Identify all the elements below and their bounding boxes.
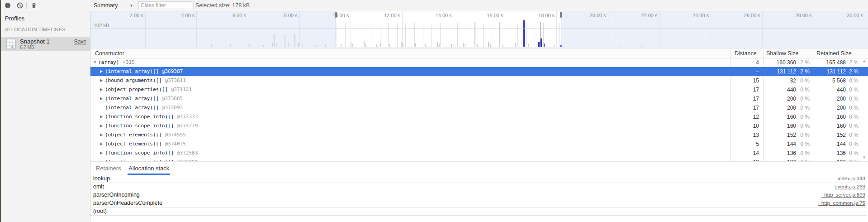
window-edge-accent	[0, 0, 1, 222]
perspective-select[interactable]: Summary▼	[94, 0, 133, 11]
retained-size-percent: 0 %	[847, 85, 859, 94]
shallow-size-percent: 0 %	[797, 140, 810, 149]
expand-arrow-icon[interactable]: ▼	[93, 58, 97, 67]
table-row[interactable]: ▶ (object elements)[] @374075 5 144 0 % …	[90, 140, 868, 149]
tab-allocation-stack[interactable]: Allocation stack	[128, 164, 170, 175]
sidebar-item-snapshot-1[interactable]: % Snapshot 1 6.7 MB Save	[0, 37, 90, 51]
distance-value: 5	[732, 140, 759, 149]
sidebar-item-profiles[interactable]: Profiles	[5, 15, 24, 22]
allocation-stack-list: lookup index.js:343 emit events.js:263 p…	[90, 175, 868, 222]
ruler-gridline	[556, 11, 557, 47]
allocation-timeline-overview[interactable]: 102 kB 2.00 s4.00 s6.00 s8.00 s10.00 s12…	[90, 11, 868, 49]
expand-arrow-icon[interactable]: ▶	[100, 158, 103, 161]
table-row[interactable]: ▶ (object properties)[] @371121 17 440 0…	[90, 85, 868, 94]
allocation-bar	[351, 42, 351, 47]
ruler-tick-label: 2.00 s	[112, 13, 143, 18]
allocation-bar	[559, 23, 560, 47]
retained-size-percent: 0 %	[847, 103, 859, 112]
selection-right-grip[interactable]	[560, 12, 562, 18]
retained-size-percent: 0 %	[847, 121, 859, 130]
retained-size-percent: 2 %	[847, 67, 859, 76]
stack-frame-row[interactable]: parserOnHeadersComplete _http_common.js:…	[90, 199, 867, 208]
save-snapshot-link[interactable]: Save	[74, 39, 86, 45]
allocation-bar	[415, 43, 416, 47]
instance-count: ×315	[123, 59, 135, 65]
scrollbar-down-arrow[interactable]: ▼	[861, 155, 867, 161]
expand-arrow-icon[interactable]: ▶	[100, 67, 103, 76]
column-header-distance[interactable]: Distance	[735, 49, 757, 58]
overview-dim-right	[561, 11, 868, 47]
record-button[interactable]	[5, 2, 11, 9]
expand-arrow-icon[interactable]: ▶	[100, 94, 103, 103]
allocation-bar	[517, 23, 518, 47]
retained-size-percent: 0 %	[847, 158, 859, 161]
allocation-bar	[449, 23, 449, 47]
table-row[interactable]: ▶ (function scope info)[] @374279 10 160…	[90, 121, 868, 130]
scrollbar-up-arrow[interactable]: ▲	[861, 59, 867, 64]
shallow-size-value: 160	[764, 121, 796, 130]
selection-left-grip[interactable]	[335, 12, 337, 18]
table-row[interactable]: ▶ (internal array)[] @373885 17 200 0 % …	[90, 94, 868, 103]
distance-value: 13	[732, 158, 759, 161]
stack-frame-source-link[interactable]: _http_server.js:809	[821, 191, 865, 199]
shallow-size-percent: 0 %	[797, 94, 810, 103]
stack-frame-source-link[interactable]: index.js:343	[838, 175, 865, 183]
allocation-bar	[465, 44, 465, 47]
clear-all-button[interactable]	[17, 2, 23, 9]
retained-size-value: 152	[814, 130, 846, 140]
table-row[interactable]: ▶ (function scope info)[] @372191 13 136…	[90, 158, 868, 161]
stack-frame-source-link[interactable]: _http_common.js:75	[818, 199, 865, 207]
stack-frame-row[interactable]: lookup index.js:343	[90, 175, 867, 183]
shallow-size-percent: 0 %	[797, 130, 810, 140]
expand-arrow-icon[interactable]: ▶	[100, 130, 103, 140]
table-row[interactable]: ▼ (array)×315 4 160 360 2 % 165 488 2 %	[90, 58, 868, 67]
stack-frame-row[interactable]: parserOnIncoming _http_server.js:809	[90, 191, 867, 199]
expand-arrow-icon[interactable]: ▶	[100, 140, 103, 149]
allocation-bar	[354, 23, 354, 47]
shallow-size-percent: 0 %	[797, 149, 810, 158]
column-header-retained-size[interactable]: Retained Size	[816, 49, 852, 58]
allocation-bar	[337, 23, 337, 47]
retained-size-value: 200	[814, 103, 846, 112]
expand-arrow-icon[interactable]: ▶	[100, 112, 103, 121]
constructor-cell: (object elements)[] @374075	[105, 140, 190, 149]
record-icon	[5, 2, 11, 9]
tab-retainers[interactable]: Retainers	[95, 164, 122, 174]
allocation-bar	[488, 42, 489, 47]
shallow-size-percent: 0 %	[797, 158, 810, 161]
toolbar-divider-2	[78, 2, 78, 9]
stack-frame-row[interactable]: (root)	[90, 208, 867, 216]
table-row[interactable]: ▶ (object elements)[] @374555 13 152 0 %…	[90, 130, 868, 140]
shallow-size-percent: 0 %	[797, 112, 810, 121]
distance-value: 12	[732, 112, 759, 121]
allocation-bar	[451, 44, 452, 47]
ruler-tick-label: 14.00 s	[420, 13, 452, 18]
ruler-tick-label: 30.00 s	[831, 13, 863, 18]
class-filter-input[interactable]	[138, 1, 194, 9]
column-header-shallow-size[interactable]: Shallow Size	[766, 49, 799, 58]
expand-arrow-icon[interactable]: ▶	[100, 149, 103, 158]
expand-arrow-icon[interactable]: ▶	[100, 85, 103, 94]
table-row[interactable]: ▶ (bound arguments)[] @373611 15 32 0 % …	[90, 76, 868, 85]
allocation-bar	[376, 44, 377, 47]
stack-frame-source-link[interactable]: events.js:263	[835, 183, 865, 191]
stack-frame-row[interactable]: emit events.js:263	[90, 183, 867, 191]
table-row[interactable]: (internal array)[] @374093 17 200 0 % 20…	[90, 103, 868, 112]
table-row[interactable]: ▶ (internal array)[] @369387 – 131 112 2…	[90, 67, 868, 76]
table-row[interactable]: ▶ (function scope info)[] @372333 12 160…	[90, 112, 868, 121]
snapshot-name: Snapshot 1	[20, 38, 50, 45]
ruler-tick-label: 8.00 s	[266, 13, 298, 18]
stack-frame-function: (root)	[93, 208, 107, 215]
retained-size-value: 200	[814, 94, 846, 103]
allocation-timelines-section-header: ALLOCATION TIMELINES	[5, 27, 66, 32]
ruler-tick-label: 22.00 s	[626, 13, 657, 18]
retained-size-value: 131 112	[814, 67, 846, 76]
delete-profile-button[interactable]	[31, 2, 37, 9]
column-header-constructor[interactable]: Constructor	[95, 49, 124, 58]
svg-text:%: %	[11, 46, 14, 49]
expand-arrow-icon[interactable]: ▶	[100, 121, 103, 130]
shallow-size-percent: 0 %	[797, 76, 810, 85]
expand-arrow-icon[interactable]: ▶	[100, 76, 103, 85]
allocation-bar	[503, 44, 503, 47]
table-row[interactable]: ▶ (function scope info)[] @372583 14 136…	[90, 149, 868, 158]
